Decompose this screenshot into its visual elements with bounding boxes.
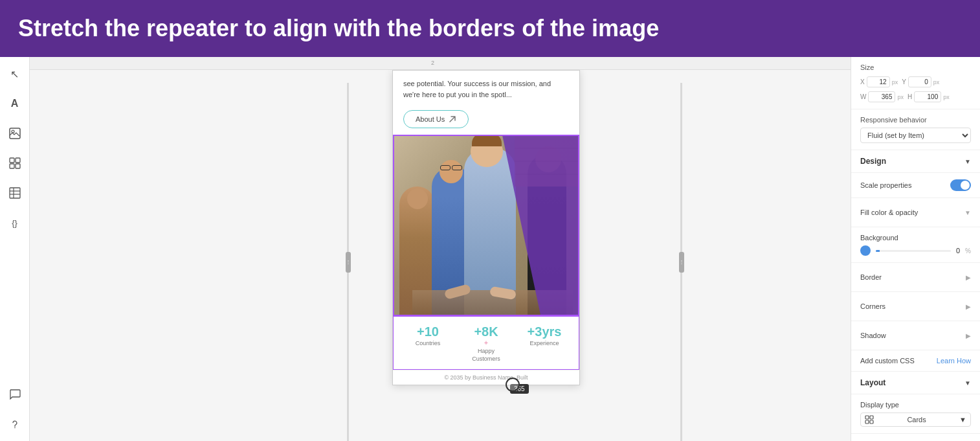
- brick-wall: [515, 135, 579, 187]
- display-type-select[interactable]: Cards ▼: [860, 413, 971, 427]
- page-title: Stretch the repeater to align with the b…: [18, 14, 659, 42]
- svg-rect-15: [870, 420, 873, 424]
- stat-customers-number: +8K: [457, 324, 515, 339]
- x-input[interactable]: [867, 76, 890, 87]
- person-2-head: [440, 160, 463, 183]
- w-input[interactable]: [868, 91, 895, 102]
- display-type-row: Cards ▼: [860, 413, 971, 427]
- display-type-value: Cards: [907, 416, 926, 424]
- glasses-left: [440, 165, 451, 170]
- size-section: Size X px Y px W px: [851, 57, 980, 109]
- scale-label: Scale properties: [860, 181, 912, 189]
- fill-color-arrow: ▼: [964, 209, 971, 216]
- stats-section: +10 Countries +8K + HappyCustomers +3yrs…: [393, 316, 579, 370]
- xy-row: X px Y px: [860, 76, 971, 87]
- components-icon[interactable]: [6, 154, 24, 172]
- scale-toggle[interactable]: [950, 179, 971, 191]
- stat-customers-label: HappyCustomers: [457, 348, 515, 363]
- canvas-content: ⋮ see potential. Your success is our mis…: [30, 70, 851, 441]
- code-icon[interactable]: {}: [6, 214, 24, 232]
- responsive-section: Responsive behavior Fluid (set by Item): [851, 109, 980, 150]
- left-toolbar: ↖ A {}: [0, 57, 30, 441]
- shadow-arrow: ▶: [966, 332, 971, 339]
- fill-color-label: Fill color & opacity: [860, 209, 918, 216]
- glasses-right: [452, 165, 462, 170]
- right-panel: Size X px Y px W px: [851, 57, 980, 441]
- fill-color-section: Fill color & opacity ▼: [851, 198, 980, 227]
- background-row: 0 %: [860, 245, 971, 256]
- svg-rect-13: [870, 416, 873, 419]
- center-person-hair: [472, 135, 502, 146]
- background-label: Background: [860, 234, 971, 242]
- drag-handle-right[interactable]: ⋮: [680, 83, 682, 441]
- custom-css-label: Add custom CSS: [860, 357, 915, 365]
- corners-row[interactable]: Corners ▶: [860, 299, 971, 314]
- header-banner: Stretch the repeater to align with the b…: [0, 0, 980, 57]
- x-coord-box: X px: [860, 76, 898, 87]
- shadow-row[interactable]: Shadow ▶: [860, 328, 971, 343]
- design-section: Design ▼: [851, 150, 980, 173]
- about-us-button[interactable]: About Us: [403, 110, 469, 128]
- scale-properties-section: Scale properties: [851, 173, 980, 198]
- border-arrow: ▶: [966, 274, 971, 281]
- responsive-label: Responsive behavior: [860, 116, 971, 124]
- responsive-select[interactable]: Fluid (set by Item): [860, 128, 971, 143]
- cursor-indicator: [506, 378, 520, 392]
- svg-rect-4: [10, 164, 14, 168]
- layout-chevron: ▼: [964, 379, 971, 387]
- border-label: Border: [860, 273, 882, 281]
- corners-section: Corners ▶: [851, 292, 980, 321]
- stat-customers: +8K + HappyCustomers: [457, 324, 515, 363]
- layout-title[interactable]: Layout ▼: [860, 378, 971, 387]
- image-icon[interactable]: [6, 124, 24, 142]
- table-icon[interactable]: [6, 184, 24, 202]
- border-section: Border ▶: [851, 263, 980, 292]
- stat-customers-plus: +: [457, 339, 515, 346]
- chat-icon[interactable]: [6, 385, 24, 403]
- w-coord-box: W px: [860, 91, 904, 102]
- mobile-frame-container: see potential. Your success is our missi…: [347, 70, 625, 385]
- y-input[interactable]: [908, 76, 931, 87]
- shadow-section: Shadow ▶: [851, 321, 980, 350]
- svg-rect-5: [16, 164, 20, 168]
- y-coord-box: Y px: [902, 76, 939, 87]
- display-type-chevron: ▼: [959, 416, 966, 424]
- design-title[interactable]: Design ▼: [860, 157, 971, 166]
- background-section: Background 0 %: [851, 227, 980, 263]
- svg-rect-12: [865, 416, 869, 419]
- mobile-frame: see potential. Your success is our missi…: [392, 70, 580, 385]
- drag-handle-dot-right[interactable]: ⋮: [679, 252, 684, 273]
- grid-icon: [865, 415, 874, 424]
- bg-color-dot[interactable]: [860, 245, 871, 256]
- learn-how-link[interactable]: Learn How: [937, 357, 971, 365]
- shadow-label: Shadow: [860, 332, 886, 339]
- svg-rect-3: [16, 158, 20, 163]
- stat-countries-number: +10: [399, 324, 457, 339]
- stat-countries-label: Countries: [399, 340, 457, 348]
- wh-row: W px H px: [860, 91, 971, 102]
- stat-countries: +10 Countries: [399, 324, 457, 363]
- people-figures: [393, 135, 579, 316]
- scale-row: Scale properties: [860, 179, 971, 191]
- display-type-section: Display type Cards ▼: [851, 394, 980, 434]
- stat-experience-label: Experience: [515, 340, 574, 348]
- text-icon[interactable]: A: [6, 95, 24, 113]
- cursor-icon[interactable]: ↖: [6, 65, 24, 83]
- help-icon[interactable]: [6, 415, 24, 433]
- mobile-footer: © 2035 by Business Name. Built: [393, 370, 579, 385]
- bg-slider[interactable]: [876, 250, 951, 252]
- send-icon: [449, 115, 456, 123]
- stat-experience-number: +3yrs: [515, 324, 574, 339]
- mobile-text-section: see potential. Your success is our missi…: [393, 71, 579, 106]
- fill-color-row[interactable]: Fill color & opacity ▼: [860, 205, 971, 220]
- ruler-top: 2: [30, 57, 851, 70]
- h-input[interactable]: [914, 91, 941, 102]
- custom-css-section: Add custom CSS Learn How: [851, 350, 980, 372]
- border-row[interactable]: Border ▶: [860, 269, 971, 285]
- size-label: Size: [860, 63, 971, 71]
- main-area: ↖ A {}: [0, 57, 980, 441]
- bg-unit: %: [965, 247, 971, 254]
- mobile-image-area: [393, 135, 579, 316]
- person-1-head: [407, 188, 428, 209]
- page-canvas: 2 ⋮ see potential. Your success is our m…: [30, 57, 851, 441]
